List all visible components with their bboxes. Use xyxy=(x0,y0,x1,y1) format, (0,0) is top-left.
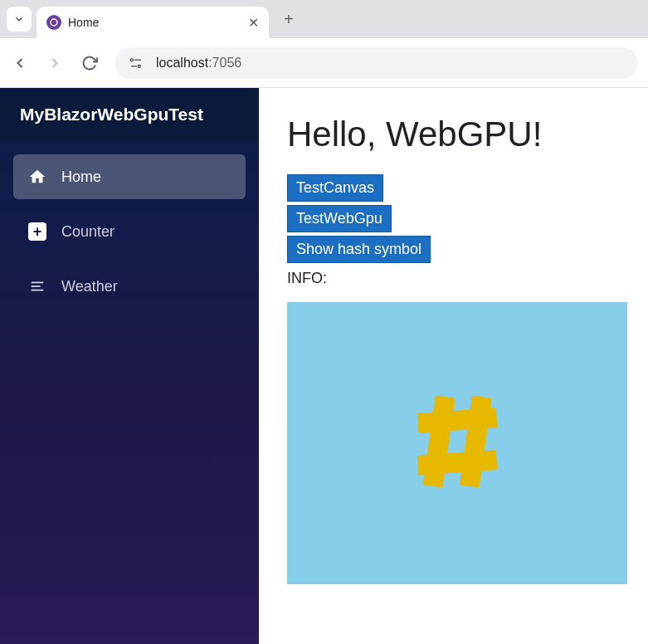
sidebar-item-home[interactable]: Home xyxy=(13,154,246,199)
sidebar-item-weather[interactable]: Weather xyxy=(13,264,246,309)
reload-button[interactable] xyxy=(80,53,100,73)
forward-button[interactable] xyxy=(45,53,65,73)
tab-strip: Home ✕ + xyxy=(0,0,648,38)
tab-title: Home xyxy=(68,16,241,29)
url-text: localhost:7056 xyxy=(156,56,241,71)
hash-icon xyxy=(387,371,528,515)
canvas-output xyxy=(287,302,627,584)
app: MyBlazorWebGpuTest Home + Counter Weathe… xyxy=(0,88,648,644)
browser-tab[interactable]: Home ✕ xyxy=(37,7,269,38)
list-icon xyxy=(28,277,46,295)
svg-rect-10 xyxy=(423,395,456,487)
sidebar: MyBlazorWebGpuTest Home + Counter Weathe… xyxy=(0,88,259,644)
svg-rect-11 xyxy=(460,395,492,487)
url-port: :7056 xyxy=(208,56,241,70)
svg-point-3 xyxy=(138,65,140,67)
url-host: localhost xyxy=(156,56,208,70)
svg-point-0 xyxy=(51,19,57,26)
url-bar[interactable]: localhost:7056 xyxy=(114,47,638,79)
favicon-icon xyxy=(46,15,61,30)
tab-search-button[interactable] xyxy=(7,7,32,32)
plus-icon: + xyxy=(28,222,46,241)
test-canvas-button[interactable]: TestCanvas xyxy=(287,174,383,202)
sidebar-header: MyBlazorWebGpuTest xyxy=(0,88,259,141)
info-label: INFO: xyxy=(287,270,620,287)
sidebar-item-label: Weather xyxy=(61,278,118,295)
close-icon[interactable]: ✕ xyxy=(248,15,259,31)
sidebar-nav: Home + Counter Weather xyxy=(0,141,259,322)
browser-chrome: Home ✕ + localhost:7056 xyxy=(0,0,648,88)
new-tab-button[interactable]: + xyxy=(284,10,294,29)
page-title: Hello, WebGPU! xyxy=(287,115,620,154)
main-content: Hello, WebGPU! TestCanvas TestWebGpu Sho… xyxy=(259,88,648,644)
back-button[interactable] xyxy=(10,53,30,73)
button-group: TestCanvas TestWebGpu Show hash symbol xyxy=(287,174,620,263)
sidebar-item-label: Home xyxy=(61,168,101,186)
home-icon xyxy=(28,168,46,186)
svg-point-1 xyxy=(130,58,133,61)
site-settings-icon[interactable] xyxy=(126,53,146,73)
sidebar-item-label: Counter xyxy=(61,223,114,241)
nav-bar: localhost:7056 xyxy=(0,38,648,88)
show-hash-button[interactable]: Show hash symbol xyxy=(287,236,431,263)
sidebar-item-counter[interactable]: + Counter xyxy=(13,209,246,254)
app-title: MyBlazorWebGpuTest xyxy=(20,105,239,124)
test-webgpu-button[interactable]: TestWebGpu xyxy=(287,205,392,232)
